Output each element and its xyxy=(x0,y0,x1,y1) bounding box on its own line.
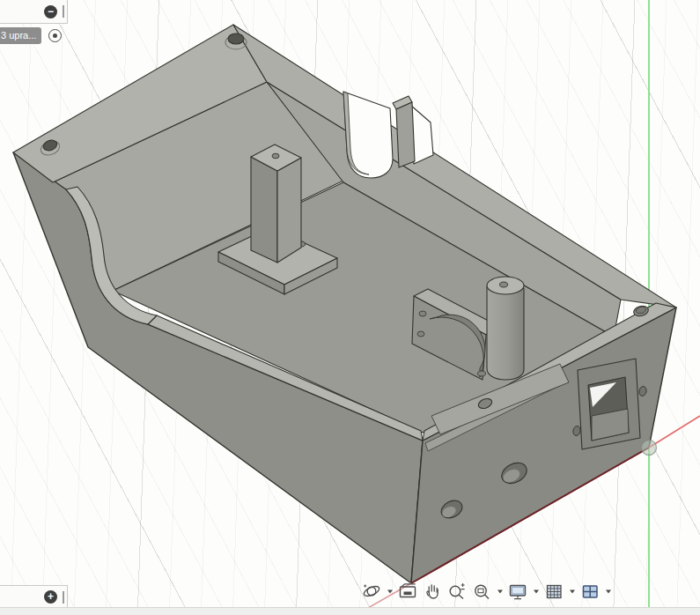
fusion-viewport-window: { "window": { "canvas_background": "#fdf… xyxy=(0,0,700,615)
corner-screw-top xyxy=(228,33,244,44)
browser-panel-collapsed-top: − xyxy=(0,0,68,24)
zoom-button[interactable] xyxy=(446,581,468,602)
display-settings-icon xyxy=(508,582,527,601)
fit-button[interactable] xyxy=(471,581,492,602)
bracket-hole-2 xyxy=(417,331,424,337)
collapse-panel-button[interactable]: − xyxy=(44,5,57,19)
fit-dropdown-caret[interactable] xyxy=(496,581,504,602)
cylinder-post-body xyxy=(487,286,524,380)
grid-icon xyxy=(544,582,564,601)
panel-resize-handle[interactable] xyxy=(63,5,64,18)
tab-front-face xyxy=(396,102,415,167)
status-bar xyxy=(0,607,700,615)
radio-selected-icon[interactable] xyxy=(48,29,62,42)
caret-down-icon xyxy=(569,588,576,595)
fit-icon xyxy=(472,582,491,601)
wall-u-notch-cutout xyxy=(343,92,393,178)
zoom-icon xyxy=(447,582,467,601)
orbit-icon xyxy=(362,582,381,601)
model-canvas-svg xyxy=(0,0,700,607)
caret-down-icon xyxy=(497,588,504,595)
display-settings-button[interactable] xyxy=(507,581,528,602)
post-top-hole xyxy=(272,153,279,159)
post-right-face xyxy=(277,158,301,263)
caret-down-icon xyxy=(533,588,540,595)
timeline-panel-collapsed-bottom: + xyxy=(0,585,68,609)
browser-item-label[interactable]: 3 upra... xyxy=(0,27,41,44)
pan-hand-icon xyxy=(423,582,442,601)
caret-down-icon xyxy=(605,588,612,595)
post-left-face xyxy=(251,157,277,263)
viewports-icon xyxy=(580,582,600,601)
bracket-hole-1 xyxy=(419,311,426,316)
expand-panel-button[interactable]: + xyxy=(44,590,57,604)
grid-and-snaps-button[interactable] xyxy=(543,581,564,602)
display-settings-dropdown-caret[interactable] xyxy=(532,581,540,602)
bracket-hole-3 xyxy=(478,371,486,376)
caret-down-icon xyxy=(387,588,394,595)
pan-button[interactable] xyxy=(422,581,443,602)
orbit-button[interactable] xyxy=(361,581,382,602)
panel-resize-handle-bottom[interactable] xyxy=(63,591,64,604)
look-at-icon xyxy=(398,582,417,601)
viewports-dropdown-caret[interactable] xyxy=(604,581,612,602)
origin-point-marker[interactable] xyxy=(642,441,657,456)
grid-and-snaps-dropdown-caret[interactable] xyxy=(568,581,576,602)
orbit-dropdown-caret[interactable] xyxy=(386,581,394,602)
enclosure-model-body[interactable] xyxy=(13,25,676,583)
model-viewport[interactable] xyxy=(0,0,700,607)
viewports-button[interactable] xyxy=(579,581,601,602)
look-at-button[interactable] xyxy=(397,581,418,602)
x-axis-line xyxy=(649,416,700,448)
cylinder-top-hole xyxy=(500,282,508,287)
navigation-toolbar xyxy=(361,579,612,604)
